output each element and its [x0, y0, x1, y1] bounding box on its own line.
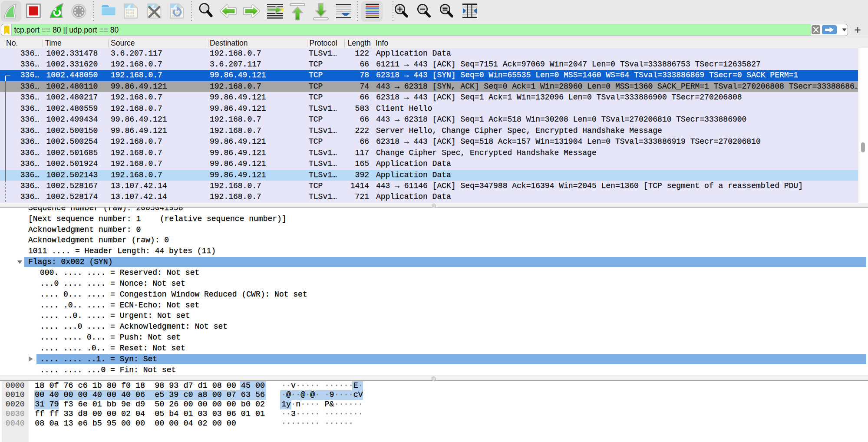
- svg-text:01110: 01110: [126, 15, 134, 18]
